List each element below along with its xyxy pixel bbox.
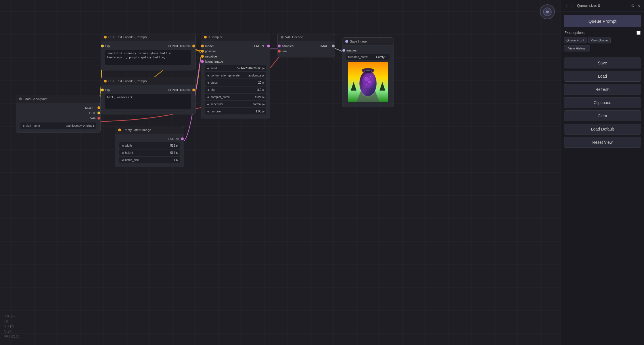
- width-arrow-right[interactable]: ▶: [176, 144, 179, 147]
- sampler-widget[interactable]: ◀ sampler_name euler ▶: [205, 94, 266, 100]
- clipspace-button[interactable]: Clipspace: [564, 97, 641, 108]
- view-history-button[interactable]: View History: [564, 45, 590, 51]
- ksampler-positive-port[interactable]: [201, 50, 204, 53]
- batch-arrow-right[interactable]: ▶: [176, 158, 179, 162]
- samples-port[interactable]: [278, 45, 281, 47]
- ksampler-latent-in-port[interactable]: [201, 60, 204, 63]
- comfyui-logo[interactable]: [540, 4, 555, 19]
- model-port[interactable]: [97, 106, 100, 109]
- save-image-title: Save Image: [350, 40, 367, 43]
- clear-button[interactable]: Clear: [564, 110, 641, 121]
- extra-options-label: Extra options: [564, 31, 635, 35]
- height-value: 512: [170, 151, 176, 154]
- view-queue-button[interactable]: View Queue: [588, 37, 611, 43]
- images-in-row: images: [346, 48, 390, 53]
- positive-prompt-textarea[interactable]: beautiful scenery nature glass bottle la…: [105, 50, 191, 65]
- conditioning-out-port[interactable]: [192, 45, 195, 47]
- seed-widget[interactable]: ◀ seed 574472346226566 ▶: [205, 65, 266, 71]
- sampler-arrow-left[interactable]: ◀: [206, 95, 210, 99]
- ksampler-negative-port[interactable]: [201, 55, 204, 58]
- scheduler-arrow-right[interactable]: ▶: [262, 103, 265, 106]
- cfg-widget[interactable]: ◀ cfg 8.0 ▶: [205, 87, 266, 93]
- steps-arrow-left[interactable]: ◀: [206, 81, 210, 84]
- stat-t: T 0.00s: [4, 314, 19, 319]
- control-arrow-right[interactable]: ▶: [262, 74, 265, 77]
- empty-latent-dot: [118, 129, 121, 131]
- queue-prompt-button[interactable]: Queue Prompt: [564, 15, 641, 27]
- load-button[interactable]: Load: [564, 71, 641, 82]
- batch-size-widget[interactable]: ◀ batch_size 1 ▶: [119, 157, 180, 163]
- clip-in-label: clip: [105, 44, 110, 48]
- model-output-row: MODEL: [20, 105, 96, 110]
- height-widget[interactable]: ◀ height 512 ▶: [119, 150, 180, 156]
- sampler-arrow-right[interactable]: ▶: [262, 95, 265, 99]
- cfg-label: cfg: [210, 88, 257, 91]
- ksampler-latent-port[interactable]: [267, 45, 270, 47]
- ksampler-latent-in-row: latent_image: [205, 59, 266, 64]
- ksampler-model-port[interactable]: [201, 45, 204, 47]
- ckpt-value: openjourney-v4.ckpt: [66, 124, 93, 127]
- cfg-arrow-right[interactable]: ▶: [262, 88, 265, 91]
- height-label: height: [124, 151, 170, 154]
- vae-in-port[interactable]: [278, 50, 281, 53]
- width-arrow-left[interactable]: ◀: [120, 144, 124, 147]
- image-out-port[interactable]: [332, 45, 335, 47]
- ckpt-arrow-left[interactable]: ◀: [21, 124, 25, 127]
- vae-port[interactable]: [97, 117, 100, 120]
- save-image-dot: [345, 40, 348, 43]
- filename-widget[interactable]: filename_prefix ComfyUI: [346, 54, 390, 60]
- clip-in-port[interactable]: [101, 45, 104, 47]
- height-arrow-left[interactable]: ◀: [120, 151, 124, 154]
- seed-arrow-right[interactable]: ▶: [262, 67, 265, 70]
- clip-text-positive-node: CLIP Text Encode (Prompt) clip CONDITION…: [101, 33, 195, 70]
- ksampler-negative-label: negative: [205, 55, 217, 58]
- cfg-arrow-left[interactable]: ◀: [206, 88, 210, 91]
- scheduler-widget[interactable]: ◀ scheduler normal ▶: [205, 101, 266, 107]
- save-image-preview: [348, 62, 388, 102]
- svg-point-16: [547, 11, 548, 13]
- negative-prompt-textarea[interactable]: text, watermark: [105, 94, 191, 109]
- load-default-button[interactable]: Load Default: [564, 124, 641, 135]
- batch-arrow-left[interactable]: ◀: [120, 158, 124, 162]
- denoise-arrow-left[interactable]: ◀: [206, 110, 210, 113]
- denoise-arrow-right[interactable]: ▶: [262, 110, 265, 113]
- clip-in-row: clip CONDITIONING: [105, 43, 191, 49]
- steps-value: 20: [258, 81, 262, 84]
- samples-row: samples IMAGE: [282, 43, 331, 49]
- model-output-label: MODEL: [85, 106, 96, 110]
- refresh-button[interactable]: Refresh: [564, 84, 641, 95]
- sampler-value: euler: [255, 95, 262, 99]
- clip-port[interactable]: [97, 112, 100, 114]
- height-arrow-right[interactable]: ▶: [176, 151, 179, 154]
- steps-widget[interactable]: ◀ steps 20 ▶: [205, 79, 266, 86]
- reset-view-button[interactable]: Reset View: [564, 137, 641, 148]
- ckpt-widget[interactable]: ◀ ckpt_name openjourney-v4.ckpt ▶: [20, 122, 96, 129]
- denoise-widget[interactable]: ◀ denoise 1.00 ▶: [205, 108, 266, 114]
- ksampler-positive-label: positive: [205, 49, 216, 53]
- queue-front-button[interactable]: Queue Front: [564, 37, 587, 43]
- save-button[interactable]: Save: [564, 57, 641, 68]
- vae-in-label: vae: [282, 49, 287, 53]
- gear-icon[interactable]: ⚙: [631, 3, 635, 8]
- seed-arrow-left[interactable]: ◀: [206, 67, 210, 70]
- ckpt-arrow-right[interactable]: ▶: [93, 124, 95, 127]
- filename-value: ComfyUI: [376, 55, 388, 59]
- steps-arrow-right[interactable]: ▶: [262, 81, 265, 84]
- scheduler-arrow-left[interactable]: ◀: [206, 103, 210, 106]
- clip-positive-title: CLIP Text Encode (Prompt): [108, 35, 147, 39]
- vae-output-label: VAE: [90, 116, 96, 120]
- clip-neg-in-port[interactable]: [101, 89, 104, 91]
- save-image-header: Save Image: [342, 38, 394, 45]
- close-icon[interactable]: ✕: [637, 3, 641, 8]
- extra-options-checkbox[interactable]: [637, 31, 641, 35]
- width-widget[interactable]: ◀ width 512 ▶: [119, 142, 180, 149]
- control-after-widget[interactable]: ◀ control_after_generate randomize ▶: [205, 72, 266, 78]
- save-image-node: Save Image images filename_prefix ComfyU…: [342, 37, 394, 107]
- latent-out-port[interactable]: [181, 137, 184, 140]
- control-arrow-left[interactable]: ◀: [206, 74, 210, 77]
- conditioning-neg-port[interactable]: [192, 89, 195, 91]
- clip-negative-dot: [104, 80, 107, 83]
- images-in-port[interactable]: [342, 49, 345, 52]
- canvas[interactable]: Load Checkpoint MODEL CLIP VAE ◀ ckpt_na…: [0, 0, 644, 345]
- stat-i: I 0: [4, 319, 19, 324]
